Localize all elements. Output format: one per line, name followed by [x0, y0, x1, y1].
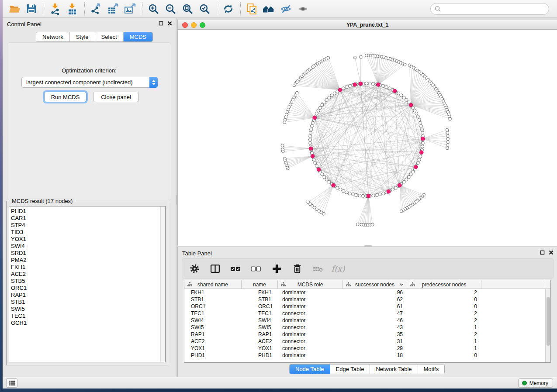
tab-node-table[interactable]: Node Table — [290, 364, 330, 374]
hide-selected-icon[interactable] — [279, 2, 292, 15]
export-image-icon[interactable] — [123, 2, 136, 15]
result-list-item[interactable]: STB5 — [11, 278, 163, 285]
control-panel-header: Control Panel — [3, 18, 176, 29]
tab-mcds[interactable]: MCDS — [124, 32, 152, 41]
result-list-item[interactable]: GCR1 — [11, 320, 163, 327]
result-list-item[interactable]: RAP1 — [11, 292, 163, 299]
table-settings-icon[interactable] — [189, 263, 200, 274]
zoom-out-icon[interactable] — [164, 2, 177, 15]
column-header-name[interactable]: name — [242, 280, 278, 289]
zoom-in-icon[interactable] — [147, 2, 160, 15]
toolbar-separator — [240, 2, 241, 15]
result-list-item[interactable]: PMA2 — [11, 257, 163, 264]
result-list-item[interactable]: CAR1 — [11, 215, 163, 222]
column-header-predecessor-nodes[interactable]: predecessor nodes — [407, 280, 481, 289]
split-view-icon[interactable] — [209, 263, 221, 274]
control-panel: Control Panel NetworkStyleSelectMCDS Opt… — [3, 18, 176, 377]
table-cell: connector — [278, 338, 343, 345]
delete-table-icon[interactable] — [312, 263, 323, 274]
optimization-criterion-label: Optimization criterion: — [7, 67, 171, 74]
table-cell: RAP1 — [242, 331, 278, 338]
export-table-icon[interactable] — [106, 2, 119, 15]
table-cell: PHD1 — [184, 352, 242, 359]
result-list-item[interactable]: PHD1 — [11, 208, 163, 215]
float-panel-icon[interactable] — [159, 21, 163, 26]
import-table-icon[interactable] — [66, 2, 79, 15]
close-panel-icon[interactable] — [167, 21, 172, 26]
result-list-item[interactable]: TEC1 — [11, 313, 163, 320]
zoom-fit-icon[interactable] — [181, 2, 194, 15]
result-list-scrollbar[interactable] — [160, 206, 165, 362]
result-list-item[interactable]: TID3 — [11, 229, 163, 236]
zoom-selected-icon[interactable] — [198, 2, 211, 15]
table-row[interactable]: STB1STB1dominator620 — [184, 296, 550, 303]
memory-button[interactable]: Memory — [518, 378, 553, 388]
table-cell: 0 — [407, 296, 481, 303]
result-list-item[interactable]: ORC1 — [11, 285, 163, 292]
memory-status-icon — [522, 381, 527, 385]
table-cell: dominator — [278, 331, 343, 338]
add-column-icon[interactable] — [271, 263, 282, 274]
table-row[interactable]: SWI4SWI4dominator462 — [184, 317, 550, 324]
table-row[interactable]: RAP1RAP1dominator352 — [184, 331, 550, 338]
network-canvas[interactable] — [178, 30, 557, 246]
table-cell: ORC1 — [184, 303, 242, 310]
run-mcds-button[interactable]: Run MCDS — [44, 92, 86, 102]
save-icon[interactable] — [25, 2, 38, 15]
export-network-icon[interactable] — [89, 2, 102, 15]
column-header-mcds-role[interactable]: MCDS role — [278, 280, 343, 289]
tab-select[interactable]: Select — [95, 32, 124, 41]
result-list-item[interactable]: SWI4 — [11, 243, 163, 250]
show-panels-button[interactable] — [6, 378, 17, 388]
network-files-icon[interactable] — [245, 2, 258, 15]
optimization-criterion-select[interactable]: largest connected component (undirected) — [21, 77, 158, 88]
float-panel-icon[interactable] — [540, 250, 545, 255]
tab-style[interactable]: Style — [70, 32, 95, 41]
result-list-item[interactable]: YOX1 — [11, 236, 163, 243]
result-list-item[interactable]: STB1 — [11, 299, 163, 306]
table-row[interactable]: ORC1ORC1dominator610 — [184, 303, 550, 310]
table-scrollbar-thumb[interactable] — [547, 297, 550, 346]
application-window: Control Panel NetworkStyleSelectMCDS Opt… — [3, 0, 557, 389]
toolbar-separator — [142, 2, 142, 15]
toolbar-separator — [84, 2, 85, 15]
table-scrollbar[interactable] — [545, 289, 550, 363]
tab-network[interactable]: Network — [36, 32, 70, 41]
search-input[interactable] — [444, 6, 544, 12]
tab-motifs[interactable]: Motifs — [418, 364, 445, 374]
first-neighbors-icon[interactable] — [262, 2, 275, 15]
table-cell: dominator — [278, 303, 343, 310]
table-row[interactable]: ACE2ACE2connector311 — [184, 338, 550, 345]
refresh-icon[interactable] — [221, 2, 235, 15]
import-network-icon[interactable] — [48, 2, 62, 15]
table-cell: 46 — [343, 317, 407, 324]
delete-column-icon[interactable] — [291, 263, 303, 274]
tab-network-table[interactable]: Network Table — [370, 364, 418, 374]
close-panel-icon[interactable] — [549, 250, 554, 255]
control-panel-tabs: NetworkStyleSelectMCDS — [36, 32, 153, 42]
function-builder-icon[interactable]: f(x) — [332, 263, 344, 274]
result-list-item[interactable]: STP4 — [11, 222, 163, 229]
table-row[interactable]: YOX1YOX1connector291 — [184, 345, 550, 352]
column-header-successor-nodes[interactable]: successor nodes — [343, 280, 407, 289]
select-all-icon[interactable] — [230, 263, 241, 274]
table-row[interactable]: SWI5SWI5connector431 — [184, 324, 550, 331]
result-list-item[interactable]: SRD1 — [11, 250, 163, 257]
search-box[interactable] — [430, 3, 549, 15]
result-list-item[interactable]: FKH1 — [11, 264, 163, 271]
table-row[interactable]: PHD1PHD1dominator180 — [184, 352, 550, 359]
network-view-panel: YPA_prune.txt_1 — [177, 20, 557, 246]
result-list-item[interactable]: ACE2 — [11, 271, 163, 278]
column-header-shared-name[interactable]: shared name — [184, 280, 242, 289]
table-row[interactable]: TEC1TEC1connector472 — [184, 310, 550, 317]
status-bar: Memory — [3, 377, 557, 389]
show-all-icon[interactable] — [296, 2, 309, 15]
table-row[interactable]: FKH1FKH1dominator962 — [184, 289, 550, 296]
mcds-result-list[interactable]: PHD1CAR1STP4TID3YOX1SWI4SRD1PMA2FKH1ACE2… — [9, 206, 166, 362]
tab-edge-table[interactable]: Edge Table — [330, 364, 370, 374]
deselect-all-icon[interactable] — [250, 263, 262, 274]
close-panel-button[interactable]: Close panel — [93, 92, 139, 102]
table-cell: STB1 — [242, 296, 278, 303]
open-file-icon[interactable] — [8, 2, 21, 15]
result-list-item[interactable]: SWI5 — [11, 306, 163, 313]
